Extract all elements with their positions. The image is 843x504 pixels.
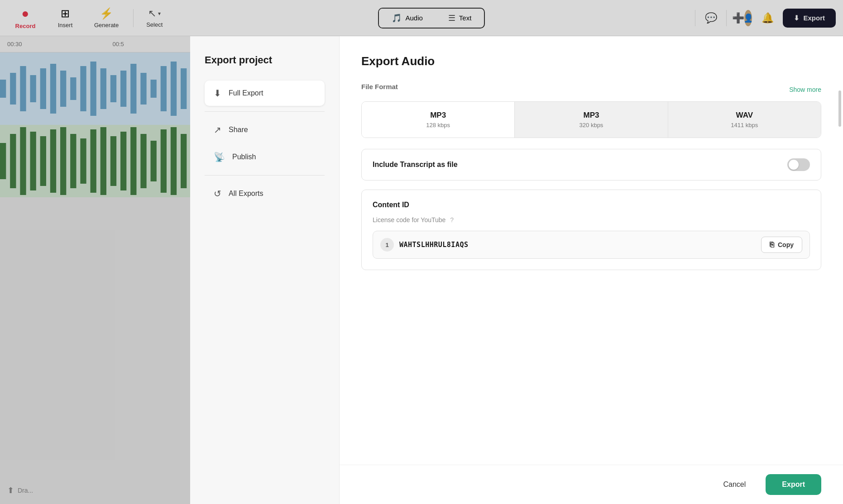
- export-left-panel: Export project ⬇ Full Export ↗ Share 📡 P…: [190, 36, 340, 504]
- help-icon: ?: [450, 216, 454, 223]
- export-project-title: Export project: [205, 54, 325, 66]
- copy-label: Copy: [778, 241, 794, 248]
- all-exports-icon: ↺: [214, 188, 221, 199]
- license-code: WAHTSLHHRUL8IAQS: [399, 241, 756, 249]
- file-format-row: File Format Show more: [361, 83, 821, 96]
- scroll-indicator: [838, 90, 841, 127]
- publish-label: Publish: [232, 153, 256, 161]
- license-row: 1 WAHTSLHHRUL8IAQS ⎘ Copy: [373, 231, 810, 259]
- format-mp3-320-name: MP3: [584, 111, 599, 120]
- content-id-card: Content ID License code for YouTube ? 1 …: [361, 190, 821, 270]
- license-num: 1: [380, 238, 394, 252]
- full-export-label: Full Export: [229, 89, 263, 97]
- menu-item-all-exports[interactable]: ↺ All Exports: [205, 181, 325, 206]
- export-final-button[interactable]: Export: [766, 474, 821, 495]
- export-dialog: Export project ⬇ Full Export ↗ Share 📡 P…: [190, 36, 843, 504]
- format-mp3-128-name: MP3: [430, 111, 446, 120]
- format-mp3-320-rate: 320 kbps: [580, 122, 604, 128]
- content-id-title: Content ID: [373, 201, 810, 209]
- include-transcript-section: Include Transcript as file: [361, 149, 821, 181]
- format-wav-name: WAV: [736, 111, 753, 120]
- share-label: Share: [229, 126, 248, 134]
- format-mp3-128[interactable]: MP3 128 kbps: [362, 102, 515, 138]
- all-exports-label: All Exports: [229, 190, 263, 198]
- menu-item-full-export[interactable]: ⬇ Full Export: [205, 81, 325, 106]
- format-wav-rate: 1411 kbps: [731, 122, 758, 128]
- download-menu-icon: ⬇: [214, 88, 221, 99]
- menu-item-publish[interactable]: 📡 Publish: [205, 144, 325, 170]
- license-label: License code for YouTube ?: [373, 216, 810, 223]
- footer-spacer: [361, 281, 821, 317]
- menu-divider-2: [205, 175, 325, 176]
- copy-button[interactable]: ⎘ Copy: [761, 237, 802, 253]
- export-audio-title: Export Audio: [361, 54, 821, 68]
- include-transcript-toggle[interactable]: [787, 158, 810, 171]
- show-more-button[interactable]: Show more: [789, 86, 821, 93]
- menu-divider-1: [205, 111, 325, 112]
- include-transcript-label: Include Transcript as file: [373, 161, 458, 169]
- copy-icon: ⎘: [770, 241, 774, 249]
- format-mp3-128-rate: 128 kbps: [426, 122, 450, 128]
- file-format-label: File Format: [361, 83, 398, 90]
- format-group: MP3 128 kbps MP3 320 kbps WAV 1411 kbps: [361, 101, 821, 138]
- dialog-footer: Cancel Export: [340, 465, 843, 504]
- cancel-button[interactable]: Cancel: [711, 474, 759, 495]
- publish-menu-icon: 📡: [214, 152, 225, 162]
- format-mp3-320[interactable]: MP3 320 kbps: [515, 102, 668, 138]
- menu-item-share[interactable]: ↗ Share: [205, 117, 325, 143]
- format-wav[interactable]: WAV 1411 kbps: [668, 102, 821, 138]
- share-menu-icon: ↗: [214, 124, 221, 135]
- export-right-panel: Export Audio File Format Show more MP3 1…: [340, 36, 843, 504]
